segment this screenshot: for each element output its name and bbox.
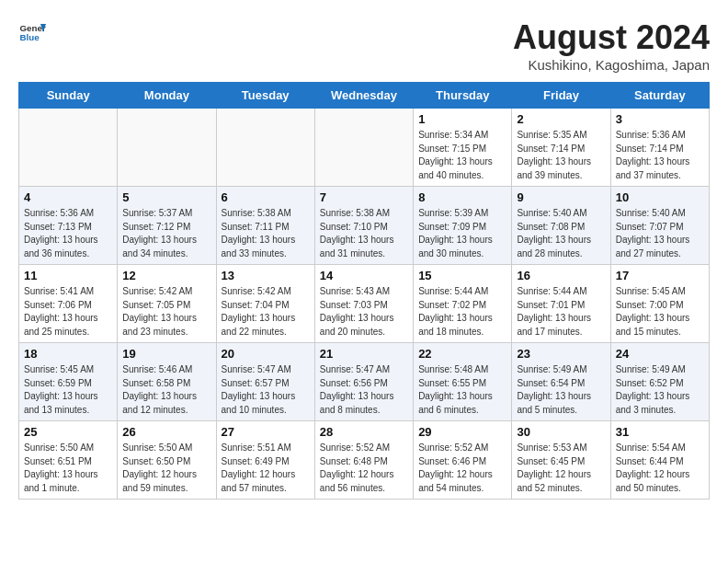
day-number: 21 xyxy=(320,347,408,361)
calendar-cell: 12Sunrise: 5:42 AM Sunset: 7:05 PM Dayli… xyxy=(118,265,216,343)
calendar-cell: 20Sunrise: 5:47 AM Sunset: 6:57 PM Dayli… xyxy=(216,343,314,421)
day-info: Sunrise: 5:53 AM Sunset: 6:45 PM Dayligh… xyxy=(517,442,605,495)
day-info: Sunrise: 5:37 AM Sunset: 7:12 PM Dayligh… xyxy=(122,207,210,260)
weekday-header-saturday: Saturday xyxy=(610,83,709,109)
calendar-cell: 13Sunrise: 5:42 AM Sunset: 7:04 PM Dayli… xyxy=(216,265,314,343)
day-number: 11 xyxy=(24,269,112,282)
weekday-header-tuesday: Tuesday xyxy=(216,83,314,109)
day-number: 6 xyxy=(222,190,310,204)
svg-text:Blue: Blue xyxy=(20,32,40,42)
day-number: 29 xyxy=(418,425,506,439)
weekday-header-monday: Monday xyxy=(118,83,216,109)
day-number: 23 xyxy=(517,347,605,361)
calendar-cell: 28Sunrise: 5:52 AM Sunset: 6:48 PM Dayli… xyxy=(314,421,413,500)
day-number: 25 xyxy=(24,425,112,439)
weekday-header-friday: Friday xyxy=(512,83,610,109)
calendar-cell: 17Sunrise: 5:45 AM Sunset: 7:00 PM Dayli… xyxy=(610,265,709,343)
day-number: 18 xyxy=(24,347,112,361)
location: Kushikino, Kagoshima, Japan xyxy=(513,57,710,73)
calendar-cell: 31Sunrise: 5:54 AM Sunset: 6:44 PM Dayli… xyxy=(610,421,709,500)
day-info: Sunrise: 5:36 AM Sunset: 7:14 PM Dayligh… xyxy=(616,129,704,182)
month-title: August 2024 xyxy=(513,18,710,57)
day-number: 1 xyxy=(418,112,506,126)
calendar-table: SundayMondayTuesdayWednesdayThursdayFrid… xyxy=(18,82,710,500)
day-info: Sunrise: 5:44 AM Sunset: 7:02 PM Dayligh… xyxy=(418,285,506,339)
day-number: 26 xyxy=(122,425,210,439)
day-info: Sunrise: 5:40 AM Sunset: 7:07 PM Dayligh… xyxy=(616,207,704,260)
day-number: 12 xyxy=(122,269,210,282)
day-number: 4 xyxy=(24,190,112,204)
logo: General Blue xyxy=(18,18,50,46)
day-info: Sunrise: 5:36 AM Sunset: 7:13 PM Dayligh… xyxy=(24,207,112,260)
calendar-cell xyxy=(216,109,314,187)
day-info: Sunrise: 5:51 AM Sunset: 6:49 PM Dayligh… xyxy=(222,442,310,495)
day-number: 13 xyxy=(222,269,310,282)
calendar-week-4: 18Sunrise: 5:45 AM Sunset: 6:59 PM Dayli… xyxy=(19,343,710,421)
page-header: General Blue August 2024 Kushikino, Kago… xyxy=(18,18,710,73)
calendar-cell: 8Sunrise: 5:39 AM Sunset: 7:09 PM Daylig… xyxy=(414,187,512,265)
calendar-cell: 1Sunrise: 5:34 AM Sunset: 7:15 PM Daylig… xyxy=(414,109,512,187)
day-number: 17 xyxy=(616,269,704,282)
day-number: 2 xyxy=(517,112,605,126)
weekday-header-sunday: Sunday xyxy=(19,83,118,109)
day-number: 20 xyxy=(222,347,310,361)
day-info: Sunrise: 5:52 AM Sunset: 6:46 PM Dayligh… xyxy=(418,442,506,495)
day-info: Sunrise: 5:41 AM Sunset: 7:06 PM Dayligh… xyxy=(24,285,112,339)
calendar-cell: 23Sunrise: 5:49 AM Sunset: 6:54 PM Dayli… xyxy=(512,343,610,421)
weekday-header-thursday: Thursday xyxy=(414,83,512,109)
calendar-cell: 10Sunrise: 5:40 AM Sunset: 7:07 PM Dayli… xyxy=(610,187,709,265)
day-info: Sunrise: 5:46 AM Sunset: 6:58 PM Dayligh… xyxy=(122,363,210,417)
day-info: Sunrise: 5:48 AM Sunset: 6:55 PM Dayligh… xyxy=(418,363,506,417)
day-number: 7 xyxy=(320,190,408,204)
day-info: Sunrise: 5:47 AM Sunset: 6:57 PM Dayligh… xyxy=(222,363,310,417)
day-info: Sunrise: 5:38 AM Sunset: 7:10 PM Dayligh… xyxy=(320,207,408,260)
calendar-cell: 6Sunrise: 5:38 AM Sunset: 7:11 PM Daylig… xyxy=(216,187,314,265)
calendar-cell: 2Sunrise: 5:35 AM Sunset: 7:14 PM Daylig… xyxy=(512,109,610,187)
day-number: 15 xyxy=(418,269,506,282)
calendar-cell: 25Sunrise: 5:50 AM Sunset: 6:51 PM Dayli… xyxy=(19,421,118,500)
day-number: 3 xyxy=(616,112,704,126)
calendar-cell: 3Sunrise: 5:36 AM Sunset: 7:14 PM Daylig… xyxy=(610,109,709,187)
day-number: 16 xyxy=(517,269,605,282)
calendar-cell xyxy=(19,109,118,187)
day-number: 30 xyxy=(517,425,605,439)
calendar-cell xyxy=(314,109,413,187)
day-number: 10 xyxy=(616,190,704,204)
day-info: Sunrise: 5:47 AM Sunset: 6:56 PM Dayligh… xyxy=(320,363,408,417)
calendar-cell: 4Sunrise: 5:36 AM Sunset: 7:13 PM Daylig… xyxy=(19,187,118,265)
day-number: 19 xyxy=(122,347,210,361)
day-info: Sunrise: 5:52 AM Sunset: 6:48 PM Dayligh… xyxy=(320,442,408,495)
calendar-week-2: 4Sunrise: 5:36 AM Sunset: 7:13 PM Daylig… xyxy=(19,187,710,265)
day-number: 28 xyxy=(320,425,408,439)
day-info: Sunrise: 5:34 AM Sunset: 7:15 PM Dayligh… xyxy=(418,129,506,182)
day-info: Sunrise: 5:50 AM Sunset: 6:51 PM Dayligh… xyxy=(24,442,112,495)
day-number: 22 xyxy=(418,347,506,361)
calendar-cell: 30Sunrise: 5:53 AM Sunset: 6:45 PM Dayli… xyxy=(512,421,610,500)
calendar-cell: 29Sunrise: 5:52 AM Sunset: 6:46 PM Dayli… xyxy=(414,421,512,500)
day-info: Sunrise: 5:50 AM Sunset: 6:50 PM Dayligh… xyxy=(122,442,210,495)
calendar-cell: 26Sunrise: 5:50 AM Sunset: 6:50 PM Dayli… xyxy=(118,421,216,500)
calendar-week-1: 1Sunrise: 5:34 AM Sunset: 7:15 PM Daylig… xyxy=(19,109,710,187)
weekday-header-wednesday: Wednesday xyxy=(314,83,413,109)
calendar-cell xyxy=(118,109,216,187)
day-info: Sunrise: 5:42 AM Sunset: 7:04 PM Dayligh… xyxy=(222,285,310,339)
title-block: August 2024 Kushikino, Kagoshima, Japan xyxy=(513,18,710,73)
calendar-week-5: 25Sunrise: 5:50 AM Sunset: 6:51 PM Dayli… xyxy=(19,421,710,500)
day-info: Sunrise: 5:43 AM Sunset: 7:03 PM Dayligh… xyxy=(320,285,408,339)
calendar-cell: 14Sunrise: 5:43 AM Sunset: 7:03 PM Dayli… xyxy=(314,265,413,343)
day-number: 24 xyxy=(616,347,704,361)
day-info: Sunrise: 5:35 AM Sunset: 7:14 PM Dayligh… xyxy=(517,129,605,182)
day-info: Sunrise: 5:38 AM Sunset: 7:11 PM Dayligh… xyxy=(222,207,310,260)
day-info: Sunrise: 5:44 AM Sunset: 7:01 PM Dayligh… xyxy=(517,285,605,339)
day-info: Sunrise: 5:45 AM Sunset: 7:00 PM Dayligh… xyxy=(616,285,704,339)
calendar-cell: 5Sunrise: 5:37 AM Sunset: 7:12 PM Daylig… xyxy=(118,187,216,265)
day-info: Sunrise: 5:49 AM Sunset: 6:52 PM Dayligh… xyxy=(616,363,704,417)
calendar-cell: 21Sunrise: 5:47 AM Sunset: 6:56 PM Dayli… xyxy=(314,343,413,421)
logo-icon: General Blue xyxy=(18,18,46,46)
day-number: 27 xyxy=(222,425,310,439)
calendar-header: SundayMondayTuesdayWednesdayThursdayFrid… xyxy=(19,83,710,109)
day-number: 31 xyxy=(616,425,704,439)
day-info: Sunrise: 5:54 AM Sunset: 6:44 PM Dayligh… xyxy=(616,442,704,495)
calendar-cell: 16Sunrise: 5:44 AM Sunset: 7:01 PM Dayli… xyxy=(512,265,610,343)
day-number: 14 xyxy=(320,269,408,282)
